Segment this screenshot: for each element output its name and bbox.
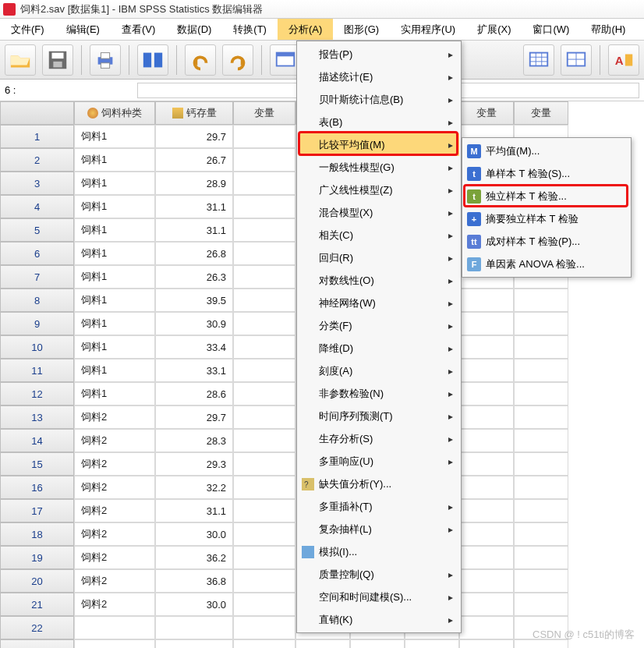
cell-empty[interactable] (514, 569, 568, 593)
open-button[interactable] (5, 44, 36, 76)
row-header[interactable]: 11 (0, 359, 74, 382)
cell-empty[interactable] (459, 569, 514, 593)
cell-val[interactable]: 26.7 (155, 148, 233, 172)
cell-empty[interactable] (233, 335, 295, 359)
cell-empty[interactable] (405, 639, 459, 648)
cell-type[interactable]: 饲料2 (74, 499, 155, 522)
menu-edit[interactable]: 编辑(E) (55, 19, 111, 40)
menu-correlate[interactable]: 相关(C) (299, 224, 459, 246)
sub-one-sample-t[interactable]: t单样本 T 检验(S)... (464, 162, 629, 185)
row-header[interactable]: 1 (0, 125, 74, 148)
print-button[interactable] (90, 44, 121, 76)
cell-val[interactable]: 33.1 (155, 359, 233, 382)
cell-type[interactable]: 饲料1 (74, 312, 155, 335)
row-header[interactable]: 13 (0, 405, 74, 429)
menu-regression[interactable]: 回归(R) (299, 246, 459, 269)
cell-empty[interactable] (459, 359, 514, 382)
cell-empty[interactable] (295, 639, 350, 648)
col-header-val[interactable]: 钙存量 (155, 101, 233, 125)
cell-empty[interactable] (233, 359, 295, 382)
menu-help[interactable]: 帮助(H) (580, 19, 636, 40)
cell-empty[interactable] (459, 429, 514, 452)
row-header[interactable]: 19 (0, 546, 74, 569)
cell-empty[interactable] (233, 312, 295, 335)
cell-empty[interactable] (514, 452, 568, 476)
cell-val[interactable]: 28.9 (155, 172, 233, 195)
cell-empty[interactable] (233, 195, 295, 218)
menu-utilities[interactable]: 实用程序(U) (390, 19, 466, 40)
cell-empty[interactable] (233, 522, 295, 546)
sub-summary-ind-t[interactable]: +摘要独立样本 T 检验 (464, 207, 629, 230)
cell-empty[interactable] (233, 242, 295, 265)
cell-type[interactable]: 饲料2 (74, 452, 155, 476)
cell-empty[interactable] (514, 429, 568, 452)
cell-type[interactable]: 饲料2 (74, 429, 155, 452)
cell-empty[interactable] (233, 429, 295, 452)
menu-compare-means[interactable]: 比较平均值(M) (299, 133, 459, 156)
cell-val[interactable]: 30.9 (155, 312, 233, 335)
row-header[interactable]: 23 (0, 639, 74, 648)
cell-empty[interactable] (233, 476, 295, 499)
dataview-button[interactable] (137, 44, 168, 76)
cell-val[interactable] (155, 639, 233, 648)
menu-direct[interactable]: 直销(K) (299, 608, 459, 631)
menu-analyze[interactable]: 分析(A) (278, 19, 333, 40)
menu-scale[interactable]: 刻度(A) (299, 359, 459, 382)
cell-type[interactable]: 饲料1 (74, 359, 155, 382)
tool-grid-b[interactable] (561, 44, 592, 76)
sub-anova[interactable]: F单因素 ANOVA 检验... (464, 253, 629, 275)
cell-val[interactable]: 32.2 (155, 476, 233, 499)
menu-quality[interactable]: 质量控制(Q) (299, 563, 459, 586)
cell-empty[interactable] (233, 265, 295, 289)
menu-missing[interactable]: ?缺失值分析(Y)... (299, 473, 459, 495)
cell-type[interactable]: 饲料1 (74, 382, 155, 405)
cell-empty[interactable] (514, 359, 568, 382)
menu-complex[interactable]: 复杂抽样(L) (299, 518, 459, 540)
cell-empty[interactable] (514, 312, 568, 335)
cell-empty[interactable] (459, 289, 514, 312)
cell-val[interactable]: 31.1 (155, 195, 233, 218)
cell-empty[interactable] (514, 522, 568, 546)
cell-empty[interactable] (459, 522, 514, 546)
cell-empty[interactable] (514, 499, 568, 522)
menu-nonpar[interactable]: 非参数检验(N) (299, 382, 459, 405)
cell-empty[interactable] (233, 569, 295, 593)
cell-type[interactable]: 饲料2 (74, 593, 155, 616)
menu-classify[interactable]: 分类(F) (299, 314, 459, 337)
cell-empty[interactable] (350, 639, 405, 648)
col-header-empty[interactable]: 变量 (514, 101, 568, 125)
cell-empty[interactable] (459, 335, 514, 359)
menu-survival[interactable]: 生存分析(S) (299, 427, 459, 450)
sub-means[interactable]: M平均值(M)... (464, 140, 629, 162)
cell-type[interactable]: 饲料1 (74, 242, 155, 265)
cell-val[interactable]: 26.8 (155, 242, 233, 265)
menu-extensions[interactable]: 扩展(X) (466, 19, 522, 40)
cell-empty[interactable] (514, 289, 568, 312)
cell-empty[interactable] (459, 452, 514, 476)
cell-empty[interactable] (459, 593, 514, 616)
cell-empty[interactable] (233, 172, 295, 195)
sub-paired-t[interactable]: tt成对样本 T 检验(P)... (464, 230, 629, 253)
cell-val[interactable]: 29.3 (155, 452, 233, 476)
tool-grid-a[interactable] (523, 44, 554, 76)
cell-val[interactable]: 28.6 (155, 382, 233, 405)
menu-descriptive[interactable]: 描述统计(E) (299, 66, 459, 88)
cell-empty[interactable] (459, 546, 514, 569)
cell-empty[interactable] (233, 218, 295, 242)
cell-type[interactable]: 饲料1 (74, 265, 155, 289)
row-header[interactable]: 7 (0, 265, 74, 289)
cell-val[interactable]: 31.1 (155, 499, 233, 522)
menu-sim[interactable]: 模拟(I)... (299, 540, 459, 563)
cell-val[interactable]: 39.5 (155, 289, 233, 312)
cell-val[interactable] (155, 616, 233, 639)
menu-spatio[interactable]: 空间和时间建模(S)... (299, 586, 459, 608)
cell-val[interactable]: 36.8 (155, 569, 233, 593)
cell-empty[interactable] (459, 405, 514, 429)
sub-independent-t[interactable]: t独立样本 T 检验... (464, 185, 629, 207)
menu-mixed[interactable]: 混合模型(X) (299, 201, 459, 224)
cell-empty[interactable] (233, 616, 295, 639)
cell-empty[interactable] (233, 452, 295, 476)
cell-empty[interactable] (459, 499, 514, 522)
row-header[interactable]: 15 (0, 452, 74, 476)
cell-empty[interactable] (233, 546, 295, 569)
